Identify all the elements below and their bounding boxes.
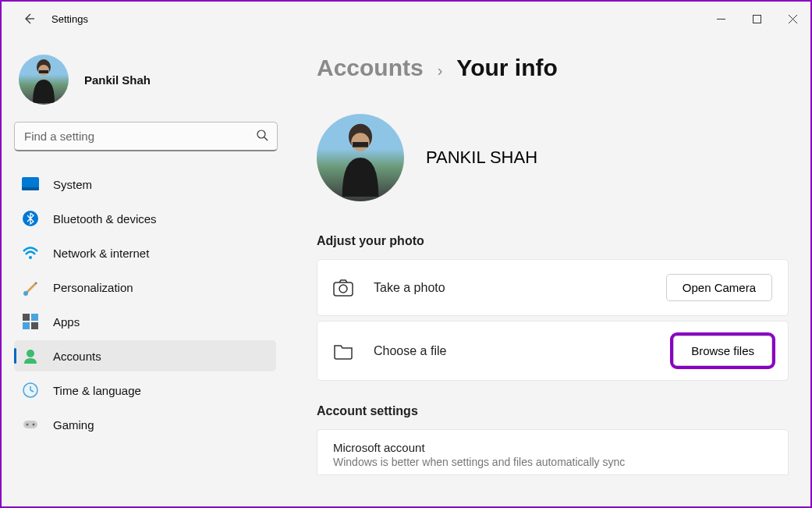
- sidebar-item-label: Time & language: [53, 384, 141, 397]
- sidebar-item-accounts[interactable]: Accounts: [14, 340, 276, 371]
- minimize-icon: [717, 15, 725, 23]
- window-title: Settings: [51, 13, 88, 25]
- svg-point-13: [23, 291, 28, 296]
- ms-account-title: Microsoft account: [333, 441, 772, 454]
- breadcrumb-parent[interactable]: Accounts: [317, 55, 424, 81]
- ms-account-subtitle: Windows is better when settings and file…: [333, 456, 772, 468]
- section-adjust-photo: Adjust your photo: [317, 234, 789, 248]
- sidebar-item-label: Apps: [53, 315, 80, 329]
- sidebar-item-gaming[interactable]: Gaming: [14, 409, 276, 440]
- sidebar-item-time[interactable]: Time & language: [14, 375, 276, 406]
- svg-rect-22: [23, 421, 37, 428]
- clock-icon: [22, 382, 39, 399]
- gamepad-icon: [22, 416, 39, 433]
- svg-rect-1: [753, 15, 761, 23]
- bluetooth-icon: [22, 210, 39, 227]
- svg-rect-17: [31, 322, 38, 329]
- main-content: Accounts › Your info PANKIL SHAH Adjust …: [282, 36, 810, 506]
- svg-point-18: [27, 350, 34, 357]
- person-icon: [22, 347, 39, 364]
- minimize-button[interactable]: [703, 6, 739, 31]
- close-icon: [789, 15, 797, 23]
- svg-rect-15: [31, 314, 38, 321]
- search-container: [14, 122, 278, 151]
- sidebar-item-label: Bluetooth & devices: [53, 212, 157, 226]
- system-icon: [22, 176, 39, 193]
- titlebar: Settings: [2, 2, 810, 36]
- window-controls: [703, 6, 810, 31]
- svg-point-7: [257, 130, 265, 138]
- sidebar-item-network[interactable]: Network & internet: [14, 237, 276, 268]
- browse-files-button[interactable]: Browse files: [673, 336, 772, 366]
- svg-rect-27: [353, 142, 368, 147]
- maximize-button[interactable]: [739, 6, 775, 31]
- sidebar-item-label: System: [53, 178, 92, 191]
- avatar: [19, 55, 69, 105]
- breadcrumb: Accounts › Your info: [317, 55, 789, 81]
- microsoft-account-row[interactable]: Microsoft account Windows is better when…: [317, 429, 789, 475]
- svg-rect-16: [23, 322, 30, 329]
- brush-icon: [22, 279, 39, 296]
- camera-icon: [333, 278, 353, 298]
- profile-name: Pankil Shah: [84, 73, 151, 87]
- folder-icon: [333, 341, 353, 361]
- sidebar-item-label: Personalization: [53, 281, 133, 294]
- user-name: PANKIL SHAH: [426, 147, 537, 168]
- svg-line-8: [264, 137, 268, 140]
- maximize-icon: [753, 15, 761, 23]
- svg-point-24: [33, 424, 35, 426]
- profile-block[interactable]: Pankil Shah: [14, 48, 282, 122]
- svg-rect-14: [23, 314, 30, 321]
- arrow-left-icon: [23, 12, 35, 25]
- sidebar-item-apps[interactable]: Apps: [14, 306, 276, 337]
- open-camera-button[interactable]: Open Camera: [666, 274, 772, 301]
- apps-icon: [22, 313, 39, 330]
- svg-point-12: [29, 256, 32, 259]
- sidebar: Pankil Shah System Bluetooth & devices N…: [2, 36, 282, 506]
- wifi-icon: [22, 244, 39, 261]
- nav-list: System Bluetooth & devices Network & int…: [14, 165, 282, 506]
- section-account-settings: Account settings: [317, 404, 789, 418]
- user-avatar: [317, 114, 404, 201]
- user-info: PANKIL SHAH: [317, 114, 789, 201]
- choose-file-label: Choose a file: [374, 344, 446, 358]
- sidebar-item-system[interactable]: System: [14, 169, 276, 200]
- svg-rect-10: [22, 187, 39, 190]
- take-photo-label: Take a photo: [374, 281, 445, 295]
- close-button[interactable]: [775, 6, 810, 31]
- choose-file-row: Choose a file Browse files: [317, 321, 789, 381]
- sidebar-item-label: Gaming: [53, 418, 94, 432]
- back-button[interactable]: [20, 10, 37, 27]
- take-photo-row: Take a photo Open Camera: [317, 259, 789, 316]
- svg-rect-6: [39, 70, 48, 73]
- search-icon: [256, 129, 268, 144]
- sidebar-item-personalization[interactable]: Personalization: [14, 272, 276, 303]
- sidebar-item-label: Network & internet: [53, 247, 149, 260]
- page-title: Your info: [456, 55, 557, 81]
- chevron-right-icon: ›: [438, 62, 443, 80]
- sidebar-item-bluetooth[interactable]: Bluetooth & devices: [14, 203, 276, 234]
- search-input[interactable]: [14, 122, 278, 151]
- sidebar-item-label: Accounts: [53, 350, 101, 363]
- svg-point-29: [339, 285, 347, 293]
- svg-point-23: [27, 424, 29, 426]
